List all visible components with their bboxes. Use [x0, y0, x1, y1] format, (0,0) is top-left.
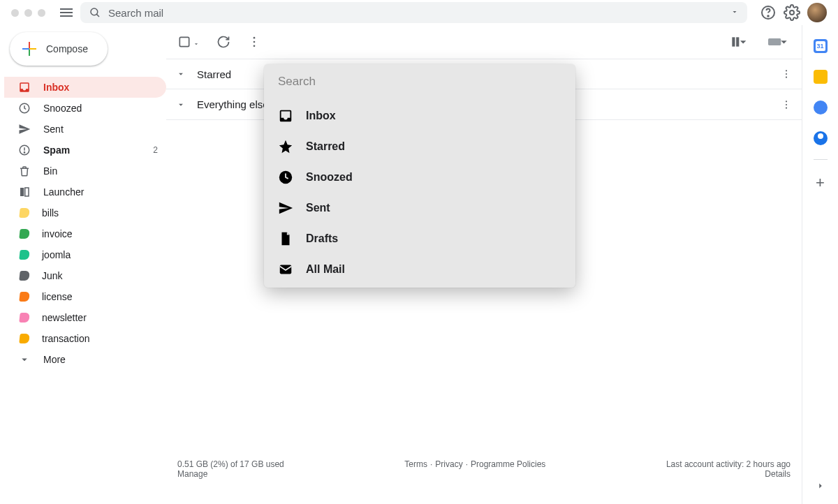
close-dot[interactable] [11, 9, 19, 17]
nav-label: bills [42, 207, 59, 218]
svg-rect-15 [732, 37, 735, 46]
popup-list[interactable]: InboxStarredSnoozedSentDraftsAll Mail [264, 99, 575, 288]
sidebar-label-joomla[interactable]: joomla [4, 244, 166, 265]
label-picker-popup: InboxStarredSnoozedSentDraftsAll Mail [264, 64, 575, 288]
nav-label: Inbox [43, 82, 69, 93]
contacts-icon[interactable] [814, 131, 828, 145]
svg-line-1 [96, 14, 99, 17]
menu-icon[interactable] [58, 4, 75, 21]
mail-icon [278, 262, 293, 277]
popup-item-all-mail[interactable]: All Mail [264, 254, 575, 285]
section-more-icon[interactable] [781, 68, 792, 80]
sidebar-label-license[interactable]: license [4, 286, 166, 307]
calendar-icon[interactable] [814, 39, 828, 53]
popup-item-sent[interactable]: Sent [264, 193, 575, 223]
star-icon [278, 139, 293, 154]
label-icon [19, 334, 29, 343]
svg-rect-10 [25, 188, 29, 196]
nav-label: license [42, 291, 73, 302]
sidebar-label-transaction[interactable]: transaction [4, 328, 166, 349]
sidebar-more[interactable]: More [4, 349, 166, 370]
section-label: Everything else [197, 98, 269, 110]
compose-button[interactable]: Compose [10, 32, 108, 66]
svg-point-0 [91, 8, 98, 15]
sidebar-label-newsletter[interactable]: newsletter [4, 307, 166, 328]
sidebar-item-spam[interactable]: Spam2 [4, 140, 166, 161]
popup-item-label: Snoozed [306, 171, 353, 184]
popup-item-label: Inbox [306, 110, 336, 122]
label-icon [19, 313, 29, 323]
max-dot[interactable] [38, 9, 45, 17]
popup-item-label: Sent [306, 202, 330, 214]
account-avatar[interactable] [807, 3, 827, 22]
refresh-icon[interactable] [216, 35, 230, 49]
svg-rect-9 [20, 188, 24, 196]
popup-item-label: Drafts [306, 232, 338, 245]
svg-point-22 [786, 103, 787, 105]
sidebar-label-junk[interactable]: Junk [4, 265, 166, 286]
terms-link[interactable]: Terms [404, 459, 427, 479]
select-all[interactable] [177, 35, 200, 49]
svg-point-19 [786, 73, 787, 75]
input-tools-icon[interactable] [767, 35, 791, 49]
add-addon-icon[interactable]: + [816, 174, 825, 192]
keep-icon[interactable] [814, 70, 828, 84]
svg-point-14 [253, 45, 256, 47]
svg-point-4 [790, 10, 794, 15]
manage-link[interactable]: Manage [177, 469, 207, 479]
popup-item-starred[interactable]: Starred [264, 131, 575, 162]
popup-item-label: Starred [306, 140, 345, 153]
divider [814, 159, 828, 160]
nav-label: Junk [42, 270, 63, 281]
popup-search-input[interactable] [278, 75, 561, 89]
min-dot[interactable] [24, 9, 32, 17]
svg-point-23 [786, 107, 787, 108]
section-more-icon[interactable] [781, 99, 792, 110]
search-input[interactable] [108, 7, 723, 19]
clock-icon [278, 170, 293, 185]
sidebar-item-inbox[interactable]: Inbox [4, 77, 166, 98]
sidebar-item-bin[interactable]: Bin [4, 161, 166, 181]
svg-point-12 [253, 37, 256, 39]
label-icon [19, 208, 29, 218]
sidebar-label-bills[interactable]: bills [4, 202, 166, 223]
plus-icon [22, 42, 36, 56]
details-link[interactable]: Details [765, 469, 791, 479]
search-options-icon[interactable] [730, 7, 739, 18]
sidebar-item-launcher[interactable]: Launcher [4, 181, 166, 202]
side-panel: + [802, 25, 838, 504]
search-bar[interactable] [80, 2, 747, 23]
more-icon[interactable] [247, 35, 261, 49]
nav-label: Bin [43, 165, 57, 177]
popup-item-snoozed[interactable]: Snoozed [264, 162, 575, 193]
nav-label: Launcher [43, 186, 84, 198]
sent-icon [278, 200, 293, 216]
nav-list: InboxSnoozedSentSpam2BinLauncherbillsinv… [4, 77, 166, 370]
popup-item-drafts[interactable]: Drafts [264, 223, 575, 254]
split-pane-icon[interactable] [730, 35, 750, 49]
sidebar-item-snoozed[interactable]: Snoozed [4, 98, 166, 119]
collapse-panel-icon[interactable] [816, 481, 825, 493]
activity-text: Last account activity: 2 hours ago [666, 459, 791, 469]
policies-link[interactable]: Programme Policies [471, 459, 545, 479]
inbox-icon [278, 108, 293, 124]
svg-point-21 [786, 101, 787, 102]
help-icon[interactable] [760, 4, 777, 21]
label-icon [19, 292, 29, 302]
popup-item-inbox[interactable]: Inbox [264, 101, 575, 131]
svg-point-3 [767, 15, 769, 17]
toolbar [166, 25, 802, 59]
settings-icon[interactable] [784, 4, 800, 21]
chevron-down-icon [18, 353, 31, 366]
sidebar-label-invoice[interactable]: invoice [4, 223, 166, 244]
privacy-link[interactable]: Privacy [435, 459, 462, 479]
nav-count: 2 [153, 145, 158, 155]
svg-rect-11 [179, 37, 189, 46]
section-label: Starred [197, 68, 231, 80]
nav-label: joomla [42, 249, 71, 260]
draft-icon [278, 231, 293, 246]
snooze-icon [18, 102, 31, 114]
tasks-icon[interactable] [814, 101, 828, 114]
nav-label: More [43, 354, 66, 365]
sidebar-item-sent[interactable]: Sent [4, 119, 166, 140]
